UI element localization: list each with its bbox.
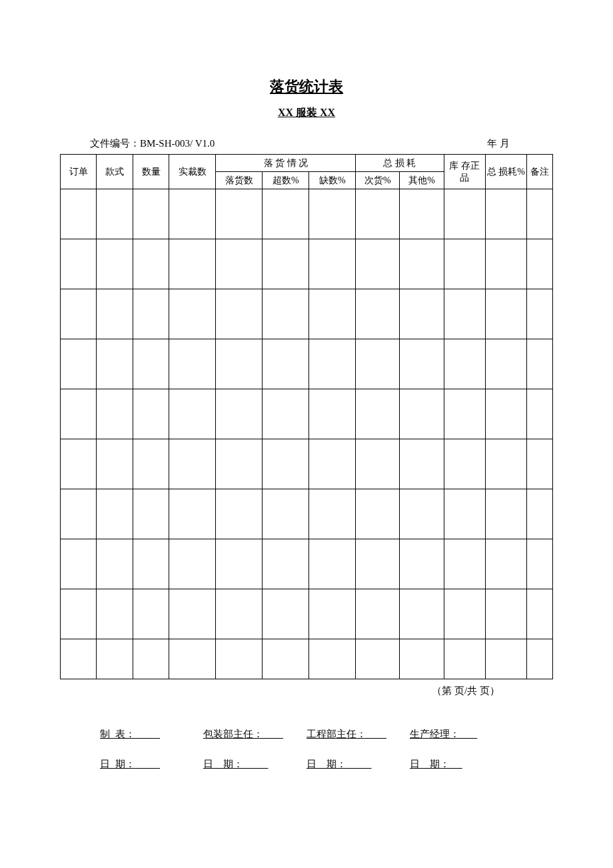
col-fall-group: 落 货 情 况 <box>216 155 356 172</box>
document-date: 年 月 <box>487 137 523 150</box>
document-number: 文件编号：BM-SH-003/ V1.0 <box>90 137 215 150</box>
table-row <box>61 589 553 639</box>
col-order: 订单 <box>61 155 97 189</box>
table-row <box>61 289 553 339</box>
sig-engineering-head: 工程部主任： <box>306 728 410 741</box>
sig-production-manager: 生产经理： <box>410 728 513 741</box>
document-page: 落货统计表 XX 服装 XX 文件编号：BM-SH-003/ V1.0 年 月 … <box>0 0 613 828</box>
page-subtitle: XX 服装 XX <box>60 106 553 120</box>
sig-date-c: 日 期： <box>306 758 410 771</box>
col-stock: 库 存正品 <box>444 155 485 189</box>
col-fall-qty: 落货数 <box>216 172 263 189</box>
page-title: 落货统计表 <box>60 77 553 97</box>
table-row <box>61 439 553 489</box>
page-indicator: （第 页/共 页） <box>60 685 553 697</box>
sig-date-d: 日 期： <box>410 758 513 771</box>
table-row <box>61 539 553 589</box>
table-row <box>61 189 553 239</box>
header-row: 文件编号：BM-SH-003/ V1.0 年 月 <box>60 137 553 154</box>
col-style: 款式 <box>97 155 133 189</box>
signature-row-dates: 日 期： 日 期： 日 期： 日 期： <box>100 758 513 771</box>
col-short-pct: 缺数% <box>309 172 356 189</box>
table-row <box>61 339 553 389</box>
col-qty: 数量 <box>133 155 169 189</box>
table-body <box>61 189 553 679</box>
table-row <box>61 389 553 439</box>
col-actual-cut: 实裁数 <box>169 155 216 189</box>
statistics-table: 订单 款式 数量 实裁数 落 货 情 况 总 损 耗 库 存正品 总 损耗% 备… <box>60 154 553 679</box>
sig-date-a: 日 期： <box>100 758 203 771</box>
col-other-pct: 其他% <box>400 172 444 189</box>
signature-block: 制 表： 包装部主任： 工程部主任： 生产经理： 日 期： 日 期： 日 期： … <box>60 728 553 771</box>
signature-row-names: 制 表： 包装部主任： 工程部主任： 生产经理： <box>100 728 513 741</box>
table-row <box>61 239 553 289</box>
table-row <box>61 639 553 679</box>
sig-packing-head: 包装部主任： <box>203 728 306 741</box>
table-row <box>61 489 553 539</box>
col-total-loss: 总 损耗% <box>485 155 526 189</box>
sig-date-b: 日 期： <box>203 758 306 771</box>
col-second-pct: 次货% <box>356 172 400 189</box>
col-over-pct: 超数% <box>263 172 309 189</box>
col-remark: 备注 <box>527 155 553 189</box>
sig-preparer: 制 表： <box>100 728 203 741</box>
col-loss-group: 总 损 耗 <box>356 155 444 172</box>
